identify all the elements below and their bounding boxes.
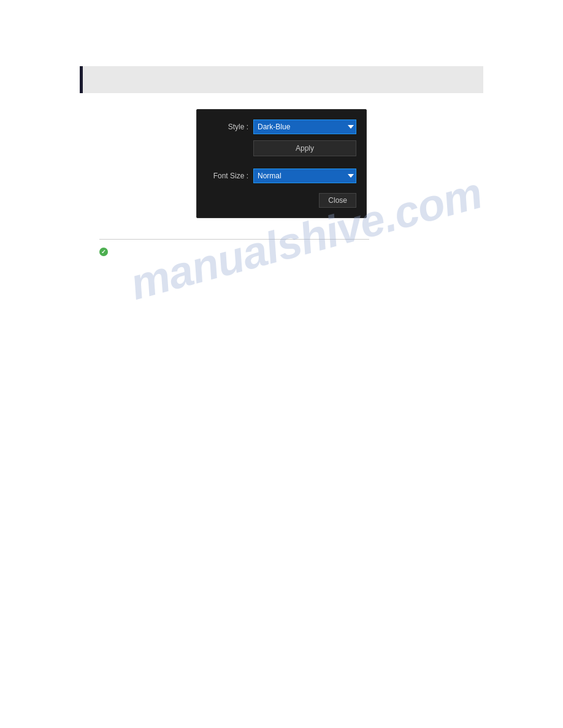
style-select[interactable]: Dark-Blue Light Blue Dark <box>253 119 356 134</box>
font-size-select-wrapper[interactable]: Normal Small Large <box>253 169 356 183</box>
green-check-icon <box>99 248 108 256</box>
apply-row: Apply <box>207 140 356 162</box>
style-dialog: Style : Dark-Blue Light Blue Dark Apply … <box>196 109 367 218</box>
font-size-row: Font Size : Normal Small Large <box>207 169 356 183</box>
apply-button[interactable]: Apply <box>253 140 356 156</box>
separator-line <box>99 239 369 240</box>
close-button[interactable]: Close <box>319 193 356 208</box>
header-bar <box>80 66 483 93</box>
font-size-label: Font Size : <box>207 172 248 180</box>
style-label: Style : <box>207 123 248 131</box>
dialog-footer: Close <box>207 189 356 208</box>
font-size-select[interactable]: Normal Small Large <box>253 169 356 183</box>
style-select-wrapper[interactable]: Dark-Blue Light Blue Dark <box>253 119 356 134</box>
style-row: Style : Dark-Blue Light Blue Dark <box>207 119 356 134</box>
